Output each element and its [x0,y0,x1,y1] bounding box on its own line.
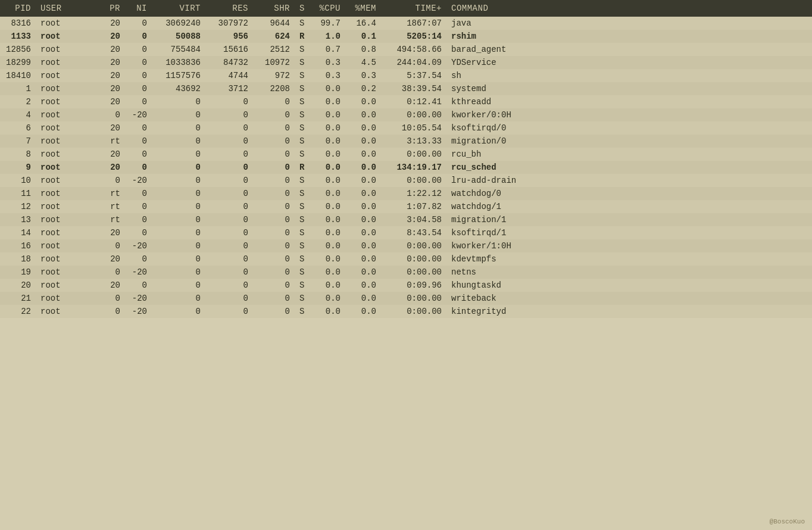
cell-time: 244:04.09 [381,56,446,69]
cell-virt: 50088 [152,30,205,43]
cell-shr: 972 [253,69,295,82]
cell-time: 3:04.58 [381,213,446,226]
cell-shr: 0 [253,266,295,279]
cell-mem: 0.0 [345,252,381,266]
col-header-virt: VIRT [152,0,205,17]
cell-res: 0 [205,121,253,135]
cell-s: S [295,266,310,279]
cell-pid: 14 [0,226,36,239]
cell-res: 84732 [205,56,253,69]
cell-cmd: java [446,17,812,30]
cell-virt: 0 [152,305,205,318]
cell-cpu: 0.0 [310,95,345,108]
cell-cpu: 0.7 [310,43,345,56]
cell-cmd: lru-add-drain [446,174,812,187]
cell-cpu: 0.0 [310,226,345,239]
cell-res: 0 [205,135,253,148]
cell-pid: 16 [0,239,36,252]
cell-pr: 20 [95,43,125,56]
cell-user: root [36,108,95,121]
cell-s: S [295,305,310,318]
cell-virt: 0 [152,95,205,108]
cell-pid: 11 [0,187,36,200]
cell-mem: 0.0 [345,135,381,148]
cell-ni: -20 [125,108,152,121]
cell-user: root [36,82,95,95]
cell-mem: 0.0 [345,121,381,135]
cell-s: S [295,200,310,213]
cell-res: 0 [205,279,253,292]
cell-user: root [36,161,95,174]
cell-cpu: 0.3 [310,56,345,69]
cell-s: S [295,148,310,161]
cell-pid: 4 [0,108,36,121]
cell-mem: 0.0 [345,239,381,252]
table-row: 22root0-20000S0.00.00:00.00kintegrityd [0,305,812,318]
cell-cpu: 0.0 [310,161,345,174]
cell-user: root [36,292,95,305]
cell-shr: 10972 [253,56,295,69]
cell-res: 0 [205,200,253,213]
cell-pid: 20 [0,279,36,292]
cell-s: S [295,279,310,292]
cell-shr: 0 [253,161,295,174]
cell-shr: 0 [253,279,295,292]
cell-pid: 1 [0,82,36,95]
cell-time: 0:09.96 [381,279,446,292]
cell-pid: 21 [0,292,36,305]
cell-cpu: 0.0 [310,135,345,148]
table-row: 18299root20010338368473210972S0.34.5244:… [0,56,812,69]
cell-time: 0:00.00 [381,292,446,305]
cell-cpu: 99.7 [310,17,345,30]
cell-res: 0 [205,108,253,121]
cell-user: root [36,187,95,200]
cell-pid: 2 [0,95,36,108]
cell-mem: 0.0 [345,266,381,279]
table-row: 8root200000S0.00.00:00.00rcu_bh [0,148,812,161]
cell-time: 0:00.00 [381,108,446,121]
cell-ni: 0 [125,95,152,108]
cell-pid: 22 [0,305,36,318]
cell-cmd: netns [446,266,812,279]
cell-virt: 0 [152,148,205,161]
cell-ni: -20 [125,292,152,305]
cell-virt: 0 [152,187,205,200]
cell-time: 10:05.54 [381,121,446,135]
cell-cmd: barad_agent [446,43,812,56]
cell-user: root [36,135,95,148]
cell-cmd: systemd [446,82,812,95]
cell-mem: 0.0 [345,305,381,318]
cell-shr: 0 [253,305,295,318]
cell-cmd: kintegrityd [446,305,812,318]
cell-time: 1:22.12 [381,187,446,200]
cell-virt: 0 [152,279,205,292]
cell-pid: 18410 [0,69,36,82]
table-row: 2root200000S0.00.00:12.41kthreadd [0,95,812,108]
cell-mem: 0.8 [345,43,381,56]
cell-shr: 2512 [253,43,295,56]
cell-pid: 7 [0,135,36,148]
cell-virt: 0 [152,200,205,213]
cell-virt: 0 [152,266,205,279]
cell-user: root [36,305,95,318]
cell-time: 0:00.00 [381,148,446,161]
cell-shr: 0 [253,252,295,266]
cell-ni: -20 [125,266,152,279]
cell-mem: 0.0 [345,108,381,121]
cell-res: 0 [205,148,253,161]
cell-res: 0 [205,187,253,200]
cell-pr: 20 [95,69,125,82]
table-row: 12856root200755484156162512S0.70.8494:58… [0,43,812,56]
cell-virt: 0 [152,174,205,187]
cell-user: root [36,252,95,266]
col-header-time: TIME+ [381,0,446,17]
cell-virt: 0 [152,252,205,266]
cell-pid: 1133 [0,30,36,43]
cell-pid: 8316 [0,17,36,30]
cell-cmd: rshim [446,30,812,43]
cell-cmd: YDService [446,56,812,69]
table-header-row: PID USER PR NI VIRT RES SHR S %CPU %MEM … [0,0,812,17]
cell-mem: 0.3 [345,69,381,82]
table-row: 20root200000S0.00.00:09.96khungtaskd [0,279,812,292]
cell-s: S [295,17,310,30]
